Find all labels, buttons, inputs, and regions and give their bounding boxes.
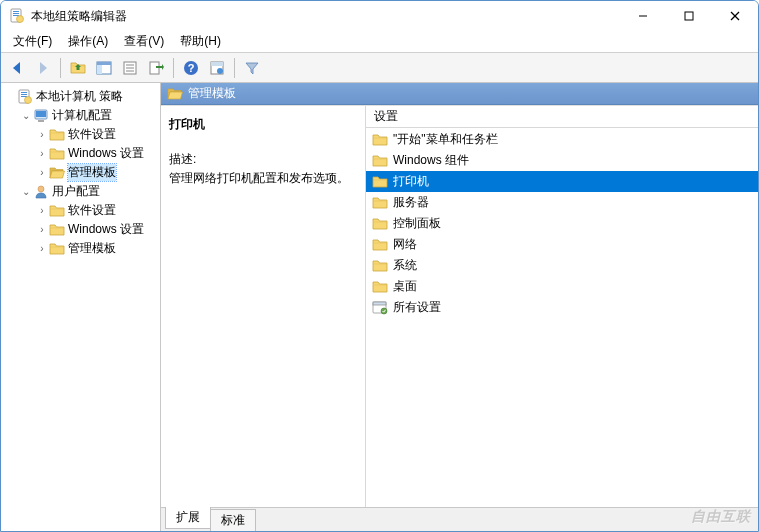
export-button[interactable]: [144, 56, 168, 80]
folder-icon: [49, 146, 65, 162]
expander-icon[interactable]: ›: [35, 243, 49, 254]
list-item-printers[interactable]: 打印机: [366, 171, 758, 192]
expander-icon[interactable]: ›: [35, 205, 49, 216]
list-item-label: 控制面板: [393, 215, 441, 232]
window-controls: [620, 1, 758, 31]
list-item-servers[interactable]: 服务器: [366, 192, 758, 213]
close-button[interactable]: [712, 1, 758, 31]
tree-label: 管理模板: [68, 240, 116, 257]
settings-list[interactable]: "开始"菜单和任务栏 Windows 组件 打印机 服务器 控制面板 网络 系统…: [366, 128, 758, 507]
menu-file[interactable]: 文件(F): [5, 31, 60, 52]
tab-extended[interactable]: 扩展: [165, 507, 211, 529]
toolbar-separator: [60, 58, 61, 78]
main-area: 本地计算机 策略 ⌄ 计算机配置 › 软件设置 › Windows 设置: [1, 83, 758, 531]
column-header-settings[interactable]: 设置: [366, 106, 758, 128]
folder-icon: [49, 222, 65, 238]
expander-icon[interactable]: ›: [35, 148, 49, 159]
menu-action[interactable]: 操作(A): [60, 31, 116, 52]
content-header: 管理模板: [161, 83, 758, 105]
toolbar-separator: [173, 58, 174, 78]
expander-icon[interactable]: ›: [35, 129, 49, 140]
list-item-label: Windows 组件: [393, 152, 469, 169]
description-column: 打印机 描述: 管理网络打印机配置和发布选项。: [161, 106, 366, 507]
app-icon: [9, 8, 25, 24]
up-folder-button[interactable]: [66, 56, 90, 80]
properties-list-button[interactable]: [118, 56, 142, 80]
list-item-start-menu[interactable]: "开始"菜单和任务栏: [366, 129, 758, 150]
list-item-control-panel[interactable]: 控制面板: [366, 213, 758, 234]
tree-user-windows[interactable]: › Windows 设置: [35, 220, 158, 239]
help-button[interactable]: ?: [179, 56, 203, 80]
folder-open-icon: [167, 86, 183, 102]
all-settings-icon: [372, 300, 388, 316]
list-item-network[interactable]: 网络: [366, 234, 758, 255]
tree-label: 管理模板: [68, 164, 116, 181]
forward-button[interactable]: [31, 56, 55, 80]
back-button[interactable]: [5, 56, 29, 80]
folder-icon: [372, 174, 388, 190]
list-item-label: "开始"菜单和任务栏: [393, 131, 498, 148]
folder-icon: [372, 153, 388, 169]
folder-icon: [372, 279, 388, 295]
tree-label: Windows 设置: [68, 221, 144, 238]
tree-label: Windows 设置: [68, 145, 144, 162]
svg-rect-27: [211, 62, 223, 66]
folder-icon: [49, 203, 65, 219]
computer-icon: [33, 108, 49, 124]
expander-icon[interactable]: ⌄: [19, 186, 33, 197]
list-item-label: 所有设置: [393, 299, 441, 316]
titlebar: 本地组策略编辑器: [1, 1, 758, 31]
folder-icon: [372, 132, 388, 148]
tree-computer-templates[interactable]: › 管理模板: [35, 163, 158, 182]
list-item-desktop[interactable]: 桌面: [366, 276, 758, 297]
svg-text:?: ?: [188, 62, 195, 74]
tree-computer-software[interactable]: › 软件设置: [35, 125, 158, 144]
expander-icon[interactable]: ›: [35, 224, 49, 235]
tree-label: 计算机配置: [52, 107, 112, 124]
list-item-label: 服务器: [393, 194, 429, 211]
folder-open-icon: [49, 165, 65, 181]
menubar: 文件(F) 操作(A) 查看(V) 帮助(H): [1, 31, 758, 53]
folder-icon: [372, 216, 388, 232]
list-item-system[interactable]: 系统: [366, 255, 758, 276]
content-header-title: 管理模板: [188, 85, 236, 102]
expander-icon[interactable]: ›: [35, 167, 49, 178]
tree-user-software[interactable]: › 软件设置: [35, 201, 158, 220]
list-item-label: 打印机: [393, 173, 429, 190]
expander-icon[interactable]: ⌄: [19, 110, 33, 121]
list-item-all-settings[interactable]: 所有设置: [366, 297, 758, 318]
minimize-button[interactable]: [620, 1, 666, 31]
tree-user-templates[interactable]: › 管理模板: [35, 239, 158, 258]
tree-computer-windows[interactable]: › Windows 设置: [35, 144, 158, 163]
menu-view[interactable]: 查看(V): [116, 31, 172, 52]
tree-label: 软件设置: [68, 126, 116, 143]
list-item-label: 系统: [393, 257, 417, 274]
menu-help[interactable]: 帮助(H): [172, 31, 229, 52]
tree-computer-config[interactable]: ⌄ 计算机配置: [19, 106, 158, 125]
filter-button[interactable]: [240, 56, 264, 80]
list-item-label: 网络: [393, 236, 417, 253]
tab-standard[interactable]: 标准: [210, 509, 256, 532]
tree-pane[interactable]: 本地计算机 策略 ⌄ 计算机配置 › 软件设置 › Windows 设置: [1, 83, 161, 531]
policy-root-icon: [17, 89, 33, 105]
svg-point-28: [217, 68, 223, 74]
tree-label: 本地计算机 策略: [36, 88, 123, 105]
list-item-label: 桌面: [393, 278, 417, 295]
selected-item-title: 打印机: [169, 116, 357, 133]
right-pane: 管理模板 打印机 描述: 管理网络打印机配置和发布选项。 设置 "开始"菜单和任…: [161, 83, 758, 531]
folder-icon: [372, 237, 388, 253]
tree-user-config[interactable]: ⌄ 用户配置: [19, 182, 158, 201]
user-icon: [33, 184, 49, 200]
settings-list-column: 设置 "开始"菜单和任务栏 Windows 组件 打印机 服务器 控制面板 网络…: [366, 106, 758, 507]
description-text: 管理网络打印机配置和发布选项。: [169, 170, 357, 187]
description-label: 描述:: [169, 151, 357, 168]
show-tree-button[interactable]: [92, 56, 116, 80]
maximize-button[interactable]: [666, 1, 712, 31]
list-item-windows-components[interactable]: Windows 组件: [366, 150, 758, 171]
folder-icon: [49, 127, 65, 143]
folder-icon: [372, 195, 388, 211]
tabs-row: 扩展 标准: [161, 507, 758, 531]
template-icon-button[interactable]: [205, 56, 229, 80]
tree-label: 软件设置: [68, 202, 116, 219]
tree-root[interactable]: 本地计算机 策略: [3, 87, 158, 106]
